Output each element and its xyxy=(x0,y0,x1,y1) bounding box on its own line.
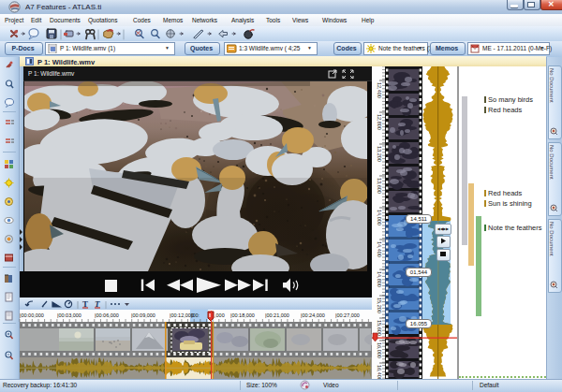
svg-text:16,400: 16,400 xyxy=(377,365,382,379)
svg-text:13,200: 13,200 xyxy=(377,146,382,162)
svg-text:14,400: 14,400 xyxy=(377,241,382,257)
svg-text:16,000: 16,000 xyxy=(377,342,382,358)
svg-text:13,600: 13,600 xyxy=(377,178,382,194)
svg-text:12,400: 12,400 xyxy=(377,82,382,98)
svg-text:14,000: 14,000 xyxy=(377,210,382,225)
svg-text:14,800: 14,800 xyxy=(377,271,382,287)
svg-text:12,800: 12,800 xyxy=(377,114,382,130)
svg-text:15,200: 15,200 xyxy=(377,298,382,313)
